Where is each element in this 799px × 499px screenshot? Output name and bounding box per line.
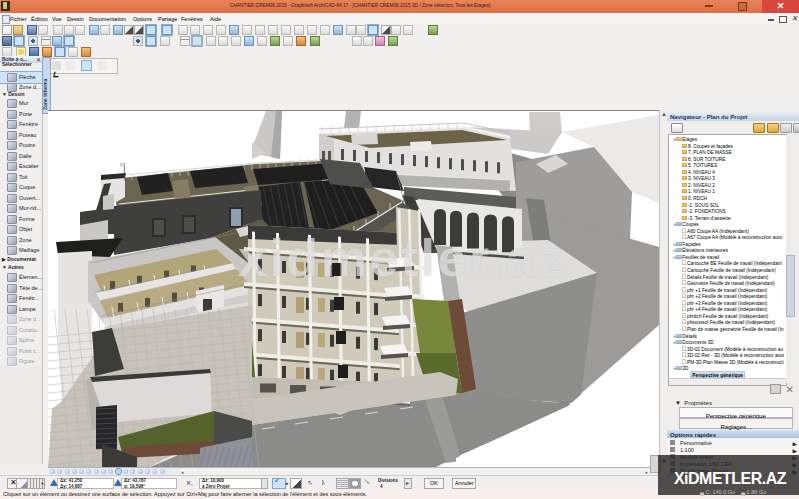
svg-text:2: 2: [120, 162, 123, 167]
